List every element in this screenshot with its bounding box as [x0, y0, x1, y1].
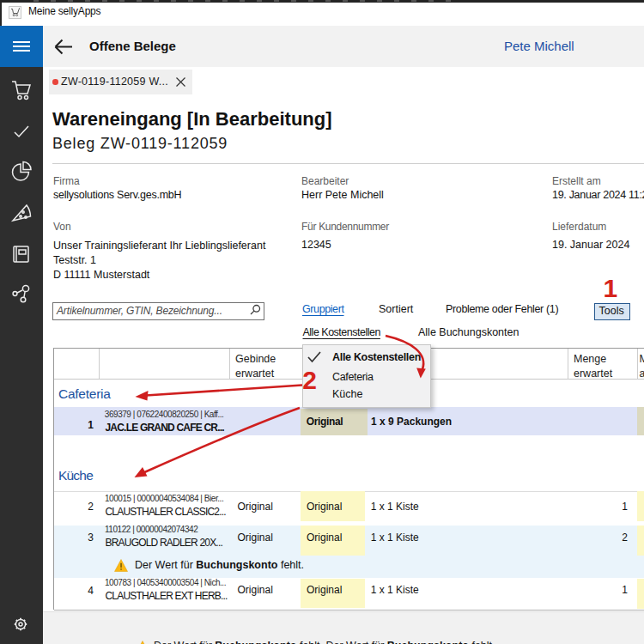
svg-text:1: 1: [604, 274, 618, 302]
